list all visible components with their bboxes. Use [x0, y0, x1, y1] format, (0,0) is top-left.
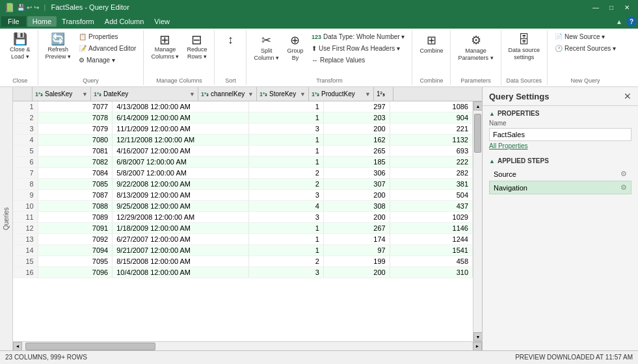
replace-values-button[interactable]: ↔ Replace Values	[308, 55, 408, 66]
queries-panel[interactable]: Queries	[0, 87, 13, 350]
table-row[interactable]: 670826/8/2007 12:00:00 AM1185222	[13, 157, 473, 168]
add-column-menu[interactable]: Add Column	[100, 16, 150, 27]
use-first-row-button[interactable]: ⬆ Use First Row As Headers ▾	[308, 43, 408, 54]
ribbon-group-combine: ⊞ Combine Combine	[412, 30, 451, 85]
col-header-storekey[interactable]: 1²₃ StoreKey ▼	[257, 87, 309, 101]
scroll-up-btn[interactable]: ▲	[473, 101, 482, 110]
datekey-label: DateKey	[103, 90, 128, 98]
help-btn[interactable]: ?	[626, 16, 637, 27]
close-button[interactable]: ✕	[620, 2, 634, 12]
applied-step[interactable]: Navigation⚙	[489, 181, 631, 194]
home-menu[interactable]: Home	[27, 16, 57, 27]
reduce-rows-button[interactable]: ⊟ ReduceRows ▾	[183, 31, 210, 62]
file-menu[interactable]: File	[1, 16, 26, 27]
table-row[interactable]: 970878/13/2009 12:00:00 AM3200504	[13, 190, 473, 201]
properties-label: Properties	[88, 33, 118, 40]
scroll-thumb-v[interactable]	[474, 114, 481, 153]
table-row[interactable]: 570814/16/2007 12:00:00 AM1265693	[13, 146, 473, 157]
manage-columns-button[interactable]: ⊞ ManageColumns ▾	[148, 31, 182, 62]
scroll-right-btn[interactable]: ►	[473, 342, 482, 351]
cell-channelkey: 4	[249, 201, 324, 212]
table-row[interactable]: 170774/13/2008 12:00:00 AM12971086	[13, 101, 473, 112]
cell-saleskey: 7096	[38, 267, 113, 278]
col-header-channelkey[interactable]: 1²₃ channelKey ▼	[198, 87, 257, 101]
saleskey-type-icon: 1²₃	[35, 91, 43, 98]
step-settings-icon[interactable]: ⚙	[620, 170, 627, 178]
data-source-settings-button[interactable]: 🗄 Data sourcesettings	[505, 31, 544, 63]
name-input[interactable]	[489, 128, 631, 141]
new-source-button[interactable]: 📄 New Source ▾	[552, 31, 619, 42]
recent-sources-button[interactable]: 🕐 Recent Sources ▾	[552, 43, 619, 54]
table-row[interactable]: 1070889/25/2008 12:00:00 AM4308437	[13, 201, 473, 212]
storekey-filter[interactable]: ▼	[300, 91, 306, 98]
datekey-filter[interactable]: ▼	[189, 91, 195, 98]
scroll-down-btn[interactable]: ▼	[473, 332, 482, 341]
grid-body[interactable]: 170774/13/2008 12:00:00 AM12971086270786…	[13, 101, 473, 341]
refresh-preview-button[interactable]: 🔄 RefreshPreview ▾	[42, 31, 75, 62]
cell-storekey: 265	[323, 146, 390, 157]
table-row[interactable]: 1370926/27/2007 12:00:00 AM11741244	[13, 234, 473, 245]
table-row[interactable]: 1470949/21/2007 12:00:00 AM1971541	[13, 245, 473, 256]
collapse-ribbon-btn[interactable]: ▲	[616, 18, 622, 25]
properties-button[interactable]: 📋 Properties	[75, 31, 139, 42]
panel-close-button[interactable]: ✕	[624, 91, 631, 101]
scroll-track-h[interactable]	[22, 342, 473, 351]
scroll-thumb-h[interactable]	[25, 343, 155, 350]
transform-col: 123 Data Type: Whole Number ▾ ⬆ Use Firs…	[308, 31, 408, 66]
cell-productkey: 381	[390, 179, 472, 190]
table-row[interactable]: 1270911/18/2009 12:00:00 AM12671146	[13, 223, 473, 234]
saleskey-filter[interactable]: ▼	[82, 91, 88, 98]
data-source-icon: 🗄	[518, 33, 530, 47]
table-row[interactable]: 870859/22/2008 12:00:00 AM2307381	[13, 179, 473, 190]
row-number: 16	[13, 267, 38, 278]
table-row[interactable]: 3707911/1/2009 12:00:00 AM3200221	[13, 124, 473, 135]
applied-steps-label: APPLIED STEPS	[498, 157, 549, 164]
col-header-productkey[interactable]: 1²₃ ProductKey ▼	[309, 87, 374, 101]
table-row[interactable]: 1570958/15/2008 12:00:00 AM2199458	[13, 256, 473, 267]
combine-label: Combine	[419, 47, 443, 54]
horizontal-scrollbar[interactable]: ◄ ►	[13, 341, 482, 350]
window-title: FactSales - Query Editor	[51, 3, 129, 11]
cell-channelkey: 2	[249, 168, 324, 179]
combine-button[interactable]: ⊞ Combine	[416, 31, 446, 56]
channelkey-filter[interactable]: ▼	[248, 91, 254, 98]
manage-button[interactable]: ⚙ Manage ▾	[75, 55, 139, 66]
vertical-scrollbar[interactable]: ▲ ▼	[473, 101, 482, 341]
title-bar-left: 📗 💾 ↩ ↪ | FactSales - Query Editor	[4, 3, 129, 12]
table-row[interactable]: 270786/14/2009 12:00:00 AM1203904	[13, 112, 473, 124]
maximize-button[interactable]: □	[604, 2, 618, 12]
applied-step[interactable]: Source⚙	[489, 167, 631, 181]
cell-channelkey: 1	[249, 135, 324, 146]
cell-storekey: 162	[323, 135, 390, 146]
table-row[interactable]: 11708912/29/2008 12:00:00 AM32001029	[13, 212, 473, 223]
col-header-datekey[interactable]: 1²₃ DateKey ▼	[91, 87, 198, 101]
group-by-button[interactable]: ⊕ GroupBy	[284, 31, 307, 64]
view-menu[interactable]: View	[149, 16, 175, 27]
status-bar: 23 COLUMNS, 999+ ROWS PREVIEW DOWNLOADED…	[0, 350, 638, 363]
ribbon: 💾 Close &Load ▾ Close 🔄 RefreshPreview ▾…	[0, 29, 638, 87]
cell-channelkey: 3	[249, 267, 324, 278]
split-column-button[interactable]: ✂ SplitColumn ▾	[250, 31, 282, 64]
ribbon-group-query: 🔄 RefreshPreview ▾ 📋 Properties 📝 Advanc…	[38, 30, 144, 85]
productkey-filter[interactable]: ▼	[365, 91, 371, 98]
cell-channelkey: 1	[249, 157, 324, 168]
all-properties-link[interactable]: All Properties	[489, 142, 631, 150]
transform-menu[interactable]: Transform	[57, 16, 100, 27]
data-type-button[interactable]: 123 Data Type: Whole Number ▾	[308, 31, 408, 42]
close-load-button[interactable]: 💾 Close &Load ▾	[7, 31, 34, 62]
combine-group-label: Combine	[416, 77, 446, 84]
advanced-editor-button[interactable]: 📝 Advanced Editor	[75, 43, 139, 54]
table-row[interactable]: 4708012/11/2008 12:00:00 AM11621132	[13, 135, 473, 146]
table-row[interactable]: 16709610/4/2008 12:00:00 AM3200310	[13, 267, 473, 278]
sort-button[interactable]: ↕	[219, 31, 242, 49]
row-number: 7	[13, 168, 38, 179]
query-group-label: Query	[42, 77, 140, 84]
scroll-left-btn[interactable]: ◄	[13, 342, 22, 351]
step-settings-icon[interactable]: ⚙	[620, 183, 627, 192]
minimize-button[interactable]: —	[589, 2, 603, 12]
cell-channelkey: 1	[249, 234, 324, 245]
table-row[interactable]: 770845/8/2007 12:00:00 AM2306282	[13, 168, 473, 179]
col-header-saleskey[interactable]: 1²₃ SalesKey ▼	[33, 87, 91, 101]
manage-params-button[interactable]: ⚙ ManageParameters ▾	[455, 31, 496, 64]
scroll-track-v[interactable]	[473, 110, 482, 332]
